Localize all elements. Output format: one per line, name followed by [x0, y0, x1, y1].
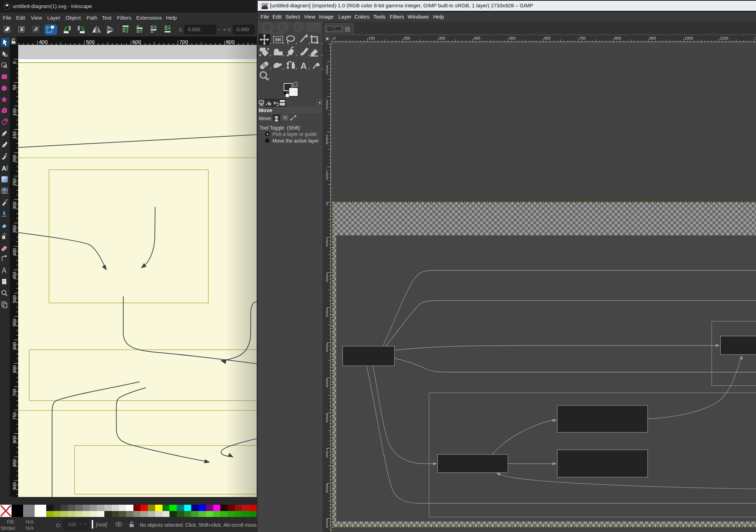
svg-text:500: 500: [509, 36, 515, 40]
svg-text:350: 350: [12, 225, 17, 233]
svg-text:500: 500: [86, 39, 95, 45]
svg-text:200: 200: [404, 36, 410, 40]
svg-text:250: 250: [12, 178, 17, 186]
svg-text:600: 600: [326, 413, 328, 423]
svg-text:750: 750: [12, 412, 17, 420]
svg-text:400: 400: [12, 248, 17, 256]
svg-text:600: 600: [12, 342, 17, 350]
svg-text:700: 700: [12, 389, 17, 396]
svg-text:650: 650: [12, 365, 17, 373]
svg-text:300: 300: [439, 36, 445, 40]
svg-text:A: A: [2, 165, 6, 172]
svg-text:450: 450: [12, 272, 17, 279]
svg-text:100: 100: [326, 237, 328, 247]
svg-text:700: 700: [326, 448, 328, 458]
svg-text:200: 200: [326, 272, 328, 283]
svg-text:1100: 1100: [720, 36, 728, 40]
svg-text:150: 150: [12, 131, 17, 139]
svg-text:100: 100: [12, 108, 17, 116]
svg-text:400: 400: [326, 342, 328, 353]
svg-text:600: 600: [132, 39, 141, 45]
svg-text:200: 200: [12, 155, 17, 163]
svg-text:550: 550: [12, 319, 17, 326]
svg-text:A: A: [300, 61, 307, 71]
svg-text:600: 600: [544, 36, 550, 40]
svg-text:100: 100: [368, 36, 375, 40]
svg-text:850: 850: [12, 459, 17, 467]
svg-text:900: 900: [650, 36, 656, 40]
svg-text:50: 50: [12, 85, 17, 90]
svg-text:400: 400: [474, 36, 480, 40]
svg-text:500: 500: [326, 378, 328, 388]
svg-text:800: 800: [615, 36, 621, 40]
svg-text:0: 0: [333, 36, 335, 40]
svg-text:800: 800: [12, 436, 17, 443]
svg-text:700: 700: [579, 36, 585, 40]
svg-text:400: 400: [39, 39, 48, 45]
svg-text:300: 300: [326, 307, 328, 318]
svg-text:i: i: [269, 102, 270, 106]
svg-text:800: 800: [226, 39, 235, 45]
svg-text:800: 800: [326, 483, 328, 493]
svg-text:1000: 1000: [685, 36, 693, 40]
svg-text:500: 500: [12, 295, 17, 303]
svg-text:0: 0: [326, 202, 328, 206]
svg-text:300: 300: [12, 202, 17, 209]
svg-text:900: 900: [12, 482, 17, 490]
svg-text:700: 700: [179, 39, 188, 45]
svg-text:900: 900: [326, 518, 328, 528]
svg-text:0: 0: [12, 61, 17, 64]
